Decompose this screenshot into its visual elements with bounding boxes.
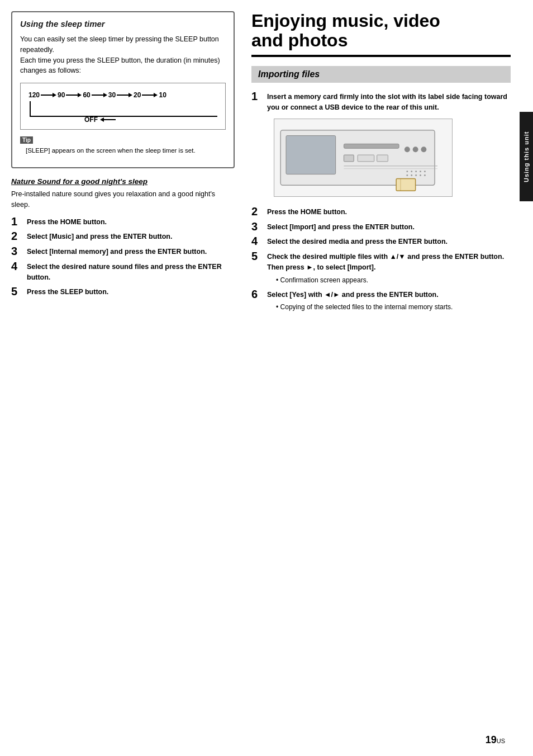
svg-point-15 bbox=[424, 171, 426, 172]
arrow-1 bbox=[41, 92, 56, 98]
off-label: OFF bbox=[84, 116, 98, 124]
nature-sound-title: Nature Sound for a good night's sleep bbox=[11, 177, 235, 186]
device-image bbox=[274, 119, 453, 197]
nature-step-3: 3 Select [Internal memory] and press the… bbox=[11, 247, 235, 257]
step-num-1: 1 bbox=[11, 216, 27, 227]
import-step-6: 6 Select [Yes] with ◄/► and press the EN… bbox=[251, 290, 511, 313]
import-step-content-6: Select [Yes] with ◄/► and press the ENTE… bbox=[267, 290, 453, 313]
import-step-text-2: Press the HOME button. bbox=[267, 207, 347, 218]
import-step-5: 5 Check the desired multiple files with … bbox=[251, 252, 511, 285]
arrow-3 bbox=[92, 92, 107, 98]
sleep-timer-box: Using the sleep timer You can easily set… bbox=[11, 11, 235, 168]
import-step-1: 1 Insert a memory card firmly into the s… bbox=[251, 92, 511, 113]
timer-val-90: 90 bbox=[58, 91, 65, 99]
import-step-text-4: Select the desired media and press the E… bbox=[267, 237, 448, 247]
page-num-value: 19 bbox=[486, 734, 497, 745]
sleep-timer-desc1: You can easily set the sleep timer by pr… bbox=[20, 34, 226, 76]
step-num-5: 5 bbox=[11, 286, 27, 297]
off-row: OFF bbox=[28, 116, 217, 124]
arrow-left-off bbox=[100, 117, 116, 122]
svg-point-18 bbox=[415, 174, 417, 176]
timer-numbers-row: 120 90 60 30 20 10 bbox=[28, 89, 217, 101]
timer-val-10: 10 bbox=[159, 91, 166, 99]
nature-sound-desc: Pre-installed nature sound gives you rel… bbox=[11, 189, 235, 210]
svg-point-11 bbox=[406, 171, 408, 172]
page-number: 19US bbox=[486, 734, 505, 746]
svg-rect-2 bbox=[344, 144, 399, 148]
svg-point-3 bbox=[404, 147, 410, 152]
import-step-note-5: Confirmation screen appears. bbox=[267, 275, 511, 285]
step-num-4: 4 bbox=[11, 261, 27, 272]
step-text-3: Select [Internal memory] and press the E… bbox=[27, 247, 207, 257]
big-title: Enjoying music, video and photos bbox=[251, 11, 511, 57]
sleep-timer-title: Using the sleep timer bbox=[20, 19, 226, 29]
import-step-num-4: 4 bbox=[251, 235, 267, 247]
timer-val-20: 20 bbox=[134, 91, 141, 99]
nature-step-5: 5 Press the SLEEP button. bbox=[11, 287, 235, 297]
svg-point-4 bbox=[413, 147, 418, 152]
svg-rect-1 bbox=[286, 135, 336, 174]
nature-sound-section: Nature Sound for a good night's sleep Pr… bbox=[11, 177, 235, 297]
svg-point-12 bbox=[411, 171, 412, 172]
timer-val-30: 30 bbox=[108, 91, 116, 99]
nature-step-4: 4 Select the desired nature sound files … bbox=[11, 262, 235, 283]
arrow-5 bbox=[142, 92, 158, 98]
import-step-4: 4 Select the desired media and press the… bbox=[251, 237, 511, 247]
page-num-superscript: US bbox=[497, 738, 505, 744]
left-column: Using the sleep timer You can easily set… bbox=[11, 11, 246, 745]
import-step-num-6: 6 bbox=[251, 289, 267, 300]
import-step-3: 3 Select [Import] and press the ENTER bu… bbox=[251, 222, 511, 233]
import-section-title: Importing files bbox=[251, 66, 511, 83]
import-step-num-1: 1 bbox=[251, 91, 267, 102]
svg-point-13 bbox=[415, 171, 417, 172]
arrow-4 bbox=[117, 92, 132, 98]
step-text-5: Press the SLEEP button. bbox=[27, 287, 108, 297]
right-column: Enjoying music, video and photos Importi… bbox=[246, 11, 533, 745]
import-step-text-3: Select [Import] and press the ENTER butt… bbox=[267, 222, 415, 233]
timer-val-120: 120 bbox=[28, 91, 40, 99]
tip-label: Tip bbox=[20, 136, 33, 144]
import-step-content-5: Check the desired multiple files with ▲/… bbox=[267, 252, 511, 285]
svg-point-16 bbox=[406, 174, 408, 176]
tip-box: Tip [SLEEP] appears on the screen when t… bbox=[20, 135, 226, 155]
arrow-2 bbox=[66, 92, 82, 98]
timer-val-60: 60 bbox=[83, 91, 90, 99]
import-step-text-6: Select [Yes] with ◄/► and press the ENTE… bbox=[267, 291, 439, 299]
timer-diagram: 120 90 60 30 20 10 bbox=[20, 83, 226, 130]
svg-point-19 bbox=[420, 174, 421, 176]
step-text-2: Select [Music] and press the ENTER butto… bbox=[27, 231, 172, 242]
tip-text: [SLEEP] appears on the screen when the s… bbox=[20, 146, 226, 155]
svg-rect-8 bbox=[377, 155, 388, 162]
import-step-num-5: 5 bbox=[251, 251, 267, 262]
import-step-text-1: Insert a memory card firmly into the slo… bbox=[267, 92, 511, 113]
svg-point-20 bbox=[424, 174, 426, 176]
step-num-2: 2 bbox=[11, 230, 27, 242]
step-text-1: Press the HOME button. bbox=[27, 217, 107, 228]
import-section: Importing files 1 Insert a memory card f… bbox=[251, 66, 511, 312]
page-container: Using the sleep timer You can easily set… bbox=[0, 0, 533, 756]
device-svg bbox=[274, 119, 452, 196]
import-step-num-3: 3 bbox=[251, 221, 267, 232]
svg-point-14 bbox=[420, 171, 421, 172]
import-step-2: 2 Press the HOME button. bbox=[251, 207, 511, 218]
nature-step-2: 2 Select [Music] and press the ENTER but… bbox=[11, 231, 235, 242]
svg-point-5 bbox=[421, 147, 427, 152]
nature-sound-steps: 1 Press the HOME button. 2 Select [Music… bbox=[11, 217, 235, 298]
svg-rect-6 bbox=[344, 155, 354, 162]
nature-step-1: 1 Press the HOME button. bbox=[11, 217, 235, 228]
svg-rect-21 bbox=[396, 178, 416, 191]
side-tab: Using this unit bbox=[520, 112, 533, 201]
step-text-4: Select the desired nature sound files an… bbox=[27, 262, 235, 283]
main-content: Using the sleep timer You can easily set… bbox=[0, 0, 533, 756]
svg-rect-7 bbox=[358, 155, 374, 162]
svg-point-17 bbox=[411, 174, 412, 176]
import-step-note-6: Copying of the selected files to the int… bbox=[267, 302, 453, 312]
import-step-text-5: Check the desired multiple files with ▲/… bbox=[267, 253, 504, 271]
step-num-3: 3 bbox=[11, 245, 27, 257]
import-step-num-2: 2 bbox=[251, 206, 267, 217]
